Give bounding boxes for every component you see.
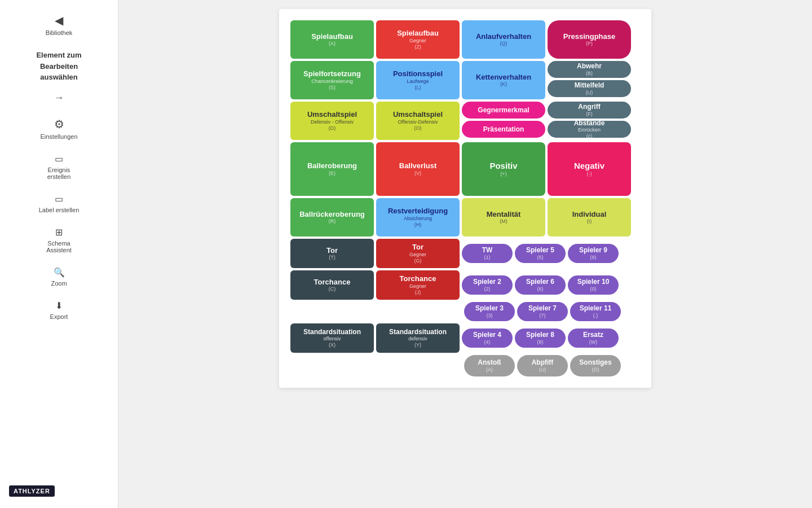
grid-row-9: Standardsituation offensiv (X) Standards… bbox=[290, 323, 640, 353]
btn-restverteidigung[interactable]: Restverteidigung Absicherung (H) bbox=[376, 198, 460, 237]
btn-ersatz[interactable]: Ersatz (W) bbox=[568, 329, 619, 348]
sidebar-label-label: Label erstellen bbox=[39, 207, 80, 213]
btn-balleroberung[interactable]: Balleroberung (E) bbox=[290, 142, 374, 196]
btn-individual[interactable]: Individual (I) bbox=[548, 198, 631, 237]
btn-standardsituation-x[interactable]: Standardsituation offensiv (X) bbox=[290, 323, 374, 353]
btn-angriff[interactable]: Angriff (F) bbox=[548, 102, 631, 119]
btn-anlaufverhalten[interactable]: Anlaufverhalten (Q) bbox=[462, 20, 545, 59]
btn-spieler4[interactable]: Spieler 4 (4) bbox=[462, 329, 513, 348]
settings-icon: ⚙ bbox=[54, 117, 64, 131]
btn-mittelfeld[interactable]: Mittelfeld (U) bbox=[548, 80, 631, 97]
grid-row-6: Tor (T) Tor Gegner (G) TW (1) Spieler 5 … bbox=[290, 239, 640, 268]
btn-sonstiges[interactable]: Sonstiges (Ö) bbox=[570, 355, 621, 376]
btn-torchance-j[interactable]: Torchance Gegner (J) bbox=[376, 270, 460, 300]
btn-standardsituation-y[interactable]: Standardsituation defensiv (Y) bbox=[376, 323, 460, 353]
btn-tor-g[interactable]: Tor Gegner (G) bbox=[376, 239, 460, 268]
btn-spieler6[interactable]: Spieler 6 (6) bbox=[515, 275, 566, 295]
sidebar-label-zoom: Zoom bbox=[51, 280, 67, 287]
btn-spieler9[interactable]: Spieler 9 (9) bbox=[568, 244, 619, 263]
btn-pressingphase[interactable]: Pressingphase (P) bbox=[548, 20, 631, 59]
btn-positiv[interactable]: Positiv (+) bbox=[462, 142, 545, 196]
sidebar-label-bibliothek: Bibliothek bbox=[46, 29, 73, 36]
btn-anstoss[interactable]: Anstoß (A) bbox=[464, 355, 515, 376]
grid-row-5: Ballrückeroberung (R) Restverteidigung A… bbox=[290, 198, 640, 237]
main-content: Spielaufbau (A) Spielaufbau Gegner (Z) A… bbox=[118, 0, 812, 508]
sidebar-item-schema[interactable]: ⊞ SchemaAssistent bbox=[6, 222, 112, 258]
btn-spieler5[interactable]: Spieler 5 (5) bbox=[515, 244, 566, 263]
btn-positionsspiel[interactable]: Positionsspiel Laufwege (L) bbox=[376, 61, 460, 99]
btn-mentalitaet[interactable]: Mentalität (M) bbox=[462, 198, 545, 237]
btn-spieler10[interactable]: Spieler 10 (0) bbox=[568, 275, 619, 295]
btn-spielfortsetzung[interactable]: Spielfortsetzung Chancenkreierung (S) bbox=[290, 61, 374, 99]
sidebar-item-zoom[interactable]: 🔍 Zoom bbox=[6, 262, 112, 291]
btn-spieler7[interactable]: Spieler 7 (7) bbox=[517, 302, 568, 321]
btn-praesentation[interactable]: Präsentation bbox=[462, 121, 545, 138]
btn-spieler11[interactable]: Spieler 11 (.) bbox=[570, 302, 621, 321]
athlyzer-logo: ATHLYZER bbox=[9, 485, 55, 497]
sidebar-item-export[interactable]: ⬇ Export bbox=[6, 296, 112, 325]
btn-gegnermerkmal[interactable]: Gegnermerkmal bbox=[462, 102, 545, 119]
btn-tor-t[interactable]: Tor (T) bbox=[290, 239, 374, 268]
btn-spielaufbau-a[interactable]: Spielaufbau (A) bbox=[290, 20, 374, 59]
sidebar-label-einstellungen: Einstellungen bbox=[40, 133, 77, 140]
btn-torchance-c[interactable]: Torchance (C) bbox=[290, 270, 374, 300]
schema-canvas: Spielaufbau (A) Spielaufbau Gegner (Z) A… bbox=[279, 9, 651, 388]
grid-container: Spielaufbau (A) Spielaufbau Gegner (Z) A… bbox=[290, 20, 640, 376]
sidebar: ◀ Bibliothek Element zumBearbeitenauswäh… bbox=[0, 0, 118, 508]
ereignis-icon: ▭ bbox=[55, 154, 63, 164]
export-icon: ⬇ bbox=[55, 300, 63, 311]
btn-ballrueckeroberung[interactable]: Ballrückeroberung (R) bbox=[290, 198, 374, 237]
grid-row-4: Balleroberung (E) Ballverlust (V) Positi… bbox=[290, 142, 640, 196]
btn-umschaltspiel-o[interactable]: Umschaltspiel Offensiv-Defensiv (O) bbox=[376, 102, 460, 140]
btn-spieler2[interactable]: Spieler 2 (2) bbox=[462, 275, 513, 295]
sidebar-item-label[interactable]: ▭ Label erstellen bbox=[6, 189, 112, 218]
logo-area: ATHLYZER bbox=[9, 485, 55, 497]
btn-abpfiff[interactable]: Abpfiff (U) bbox=[517, 355, 568, 376]
schema-icon: ⊞ bbox=[55, 227, 63, 238]
btn-negativ[interactable]: Negativ (-) bbox=[548, 142, 631, 196]
sidebar-item-einstellungen[interactable]: ⚙ Einstellungen bbox=[6, 113, 112, 144]
zoom-icon: 🔍 bbox=[54, 267, 65, 278]
grid-row-7: Torchance (C) Torchance Gegner (J) Spiel… bbox=[290, 270, 640, 300]
sidebar-item-bibliothek[interactable]: ◀ Bibliothek bbox=[6, 9, 112, 41]
btn-abwehr[interactable]: Abwehr (B) bbox=[548, 61, 631, 78]
btn-tw[interactable]: TW (1) bbox=[462, 244, 513, 263]
btn-spielaufbau-z[interactable]: Spielaufbau Gegner (Z) bbox=[376, 20, 460, 59]
sidebar-label-schema: SchemaAssistent bbox=[46, 240, 72, 253]
btn-spieler8[interactable]: Spieler 8 (8) bbox=[515, 329, 566, 348]
sidebar-label-export: Export bbox=[50, 313, 68, 320]
grid-row-2: Spielfortsetzung Chancenkreierung (S) Po… bbox=[290, 61, 640, 99]
btn-abstaende[interactable]: Abstände Einrücken (c) bbox=[548, 121, 631, 138]
btn-umschaltspiel-d[interactable]: Umschaltspiel Defensiv - Offensiv (D) bbox=[290, 102, 374, 140]
sidebar-label-ereignis: Ereigniserstellen bbox=[47, 167, 71, 180]
grid-row-1: Spielaufbau (A) Spielaufbau Gegner (Z) A… bbox=[290, 20, 640, 59]
label-icon: ▭ bbox=[55, 194, 63, 204]
grid-row-10: Anstoß (A) Abpfiff (U) Sonstiges (Ö) bbox=[464, 355, 640, 376]
btn-spieler3[interactable]: Spieler 3 (3) bbox=[464, 302, 515, 321]
sidebar-header: Element zumBearbeitenauswählen bbox=[27, 45, 90, 87]
grid-row-3: Umschaltspiel Defensiv - Offensiv (D) Um… bbox=[290, 102, 640, 140]
btn-kettenverhalten[interactable]: Kettenverhalten (K) bbox=[462, 61, 545, 99]
sidebar-arrow[interactable]: → bbox=[54, 92, 64, 104]
btn-ballverlust[interactable]: Ballverlust (V) bbox=[376, 142, 460, 196]
sidebar-item-ereignis[interactable]: ▭ Ereigniserstellen bbox=[6, 149, 112, 185]
grid-row-8: Spieler 3 (3) Spieler 7 (7) Spieler 11 (… bbox=[464, 302, 640, 321]
back-icon: ◀ bbox=[55, 14, 63, 27]
